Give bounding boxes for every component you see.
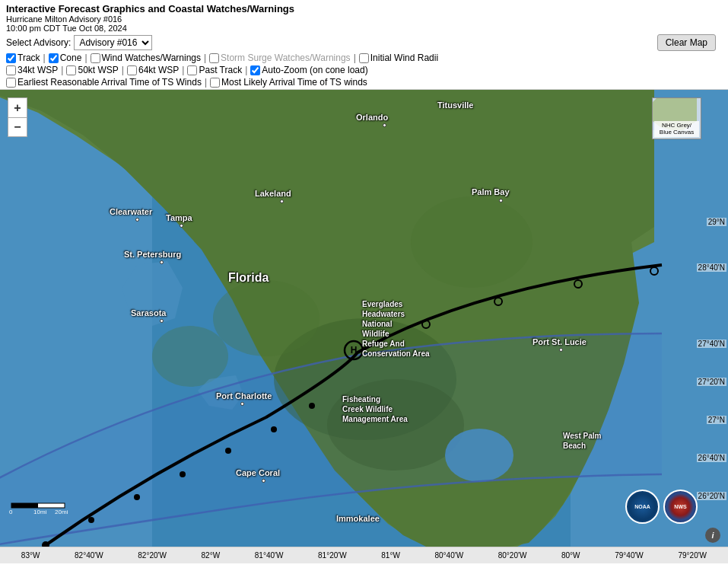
- scale-bar: 0 10mi 20mi: [8, 497, 68, 516]
- logos-area: NOAA NWS: [625, 490, 698, 524]
- storm-name: Hurricane Milton Advisory #016: [6, 14, 122, 24]
- checkbox-row-3: Earliest Reasonable Arrival Time of TS W…: [6, 77, 651, 88]
- clear-map-button[interactable]: Clear Map: [657, 34, 716, 51]
- wind-watches-checkbox-item: Wind Watches/Warnings: [91, 53, 201, 63]
- checkbox-row-2: 34kt WSP | 50kt WSP | 64kt WSP | Past Tr…: [6, 65, 651, 75]
- most-likely-checkbox-item: Most Likely Arrival Time of TS winds: [210, 77, 367, 88]
- cone-checkbox-item: Cone: [49, 53, 82, 63]
- wsp50-label[interactable]: 50kt WSP: [78, 65, 118, 75]
- wind-watches-checkbox[interactable]: [91, 53, 100, 63]
- earliest-arrival-checkbox[interactable]: [6, 78, 16, 88]
- coord-80w: 80°W: [561, 551, 580, 560]
- lat-26-40n: 26°40'N: [697, 454, 726, 462]
- past-track-label[interactable]: Past Track: [199, 65, 242, 75]
- coord-8040w: 80°40'W: [434, 551, 463, 560]
- svg-text:H: H: [351, 345, 358, 356]
- coord-7920w: 79°20'W: [678, 551, 707, 560]
- svg-point-7: [213, 280, 319, 356]
- svg-point-8: [152, 326, 228, 387]
- wind-watches-label[interactable]: Wind Watches/Warnings: [102, 53, 201, 63]
- advisory-time: 10:00 pm CDT Tue Oct 08, 2024: [6, 24, 127, 33]
- lat-27n: 27°N: [707, 416, 726, 424]
- zoom-controls: + −: [8, 97, 27, 137]
- track-label[interactable]: Track: [17, 53, 40, 63]
- app-title: Interactive Forecast Graphics and Coasta…: [6, 3, 722, 33]
- wsp64-checkbox-item: 64kt WSP: [127, 65, 179, 75]
- svg-point-19: [225, 448, 231, 454]
- coord-81w: 81°W: [381, 551, 400, 560]
- coord-7940w: 79°40'W: [615, 551, 644, 560]
- coord-8020w: 80°20'W: [498, 551, 527, 560]
- wsp34-checkbox-item: 34kt WSP: [6, 65, 58, 75]
- coord-8220w: 82°20'W: [138, 551, 167, 560]
- most-likely-checkbox[interactable]: [210, 78, 220, 88]
- initial-wind-radii-label[interactable]: Initial Wind Radii: [370, 53, 438, 63]
- nhc-thumb-label: NHC Grey/Blue Canvas: [654, 121, 699, 137]
- lat-27-40n: 27°40'N: [697, 340, 726, 348]
- nws-logo: NWS: [663, 490, 698, 524]
- wsp64-checkbox[interactable]: [127, 65, 137, 75]
- coord-8240w: 82°40'W: [75, 551, 103, 560]
- wsp64-label[interactable]: 64kt WSP: [138, 65, 179, 75]
- wsp50-checkbox[interactable]: [66, 65, 76, 75]
- coordinate-bar: 83°W 82°40'W 82°20'W 82°W 81°40'W 81°20'…: [0, 547, 728, 563]
- map-container[interactable]: H Orlando Titusville Palm Bay Clearwater…: [0, 90, 728, 547]
- lat-26-20n: 26°20'N: [697, 492, 726, 500]
- auto-zoom-label[interactable]: Auto-Zoom (on cone load): [262, 65, 367, 75]
- zoom-out-button[interactable]: −: [8, 117, 27, 137]
- header-panel: Interactive Forecast Graphics and Coasta…: [0, 0, 728, 90]
- svg-text:10mi: 10mi: [33, 509, 47, 514]
- info-button[interactable]: i: [705, 528, 720, 543]
- coord-8140w: 81°40'W: [255, 551, 284, 560]
- advisory-select[interactable]: Advisory #016: [74, 35, 152, 50]
- nhc-thumbnail[interactable]: NHC Grey/Blue Canvas: [652, 97, 701, 139]
- noaa-logo: NOAA: [625, 490, 660, 524]
- select-advisory-label: Select Advisory:: [6, 37, 71, 48]
- track-checkbox[interactable]: [6, 53, 16, 63]
- auto-zoom-checkbox-item: Auto-Zoom (on cone load): [250, 65, 367, 75]
- svg-point-16: [88, 517, 94, 523]
- initial-wind-radii-checkbox[interactable]: [359, 53, 369, 63]
- storm-surge-label[interactable]: Storm Surge Watches/Warnings: [221, 53, 351, 63]
- lat-29n: 29°N: [707, 218, 726, 226]
- zoom-in-button[interactable]: +: [8, 97, 27, 117]
- svg-point-17: [134, 494, 140, 500]
- earliest-arrival-checkbox-item: Earliest Reasonable Arrival Time of TS W…: [6, 77, 202, 88]
- past-track-checkbox-item: Past Track: [187, 65, 242, 75]
- coord-83w: 83°W: [21, 551, 40, 560]
- map-land: H: [0, 90, 728, 547]
- scale-bar-svg: 0 10mi 20mi: [8, 497, 68, 514]
- most-likely-label[interactable]: Most Likely Arrival Time of TS winds: [221, 77, 367, 88]
- svg-rect-29: [11, 503, 38, 508]
- svg-point-9: [411, 196, 532, 288]
- storm-surge-checkbox[interactable]: [209, 53, 219, 63]
- lat-27-20n: 27°20'N: [697, 378, 726, 386]
- cone-label[interactable]: Cone: [60, 53, 82, 63]
- svg-point-21: [309, 403, 315, 409]
- svg-text:20mi: 20mi: [55, 509, 68, 514]
- wsp34-checkbox[interactable]: [6, 65, 16, 75]
- coord-8120w: 81°20'W: [318, 551, 347, 560]
- auto-zoom-checkbox[interactable]: [250, 65, 260, 75]
- coord-82w: 82°W: [202, 551, 221, 560]
- wsp34-label[interactable]: 34kt WSP: [17, 65, 58, 75]
- checkbox-row-1: Track | Cone | Wind Watches/Warnings | S…: [6, 53, 651, 63]
- wsp50-checkbox-item: 50kt WSP: [66, 65, 118, 75]
- svg-point-18: [180, 471, 186, 477]
- storm-surge-checkbox-item: Storm Surge Watches/Warnings: [209, 53, 351, 63]
- initial-wind-radii-checkbox-item: Initial Wind Radii: [359, 53, 438, 63]
- earliest-arrival-label[interactable]: Earliest Reasonable Arrival Time of TS W…: [17, 77, 202, 88]
- svg-text:0: 0: [9, 509, 13, 514]
- lat-28-40n: 28°40'N: [697, 263, 726, 272]
- track-checkbox-item: Track: [6, 53, 40, 63]
- cone-checkbox[interactable]: [49, 53, 59, 63]
- past-track-checkbox[interactable]: [187, 65, 197, 75]
- svg-point-20: [271, 426, 277, 432]
